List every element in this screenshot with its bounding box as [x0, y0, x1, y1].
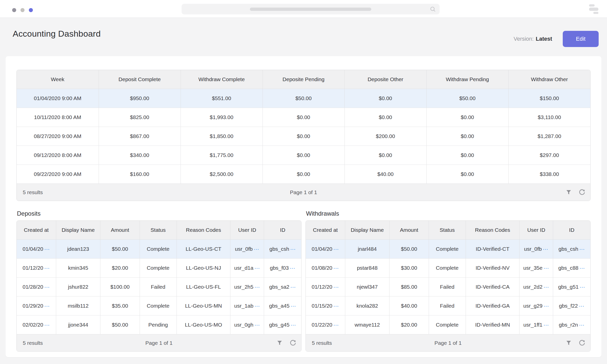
column-header-reason-codes[interactable]: Reason Codes [177, 221, 230, 239]
column-header-display-name[interactable]: Display Name [56, 221, 100, 239]
table-cell[interactable]: $0.00 [426, 127, 508, 146]
table-cell[interactable]: usr_g29··· [519, 296, 553, 315]
table-cell[interactable]: 01/15/20··· [306, 296, 345, 315]
table-cell[interactable]: $50.00 [426, 89, 508, 108]
table-cell[interactable]: $2,500.00 [181, 165, 263, 184]
column-header-created-at[interactable]: Created at [306, 221, 345, 239]
table-cell[interactable]: Failed [140, 277, 177, 296]
table-cell[interactable]: $551.00 [181, 89, 263, 108]
filter-button[interactable] [276, 340, 283, 346]
table-cell[interactable]: $35.00 [100, 296, 140, 315]
table-row[interactable]: 08/27/2020 9:00 AM $867.00 $1,850.00 $0.… [17, 127, 590, 146]
table-cell[interactable]: LL-Geo-US-NJ [177, 258, 230, 277]
table-cell[interactable]: 10/11/2020 8:00 AM [17, 108, 99, 127]
table-cell[interactable]: gbs_csh··· [553, 239, 590, 258]
table-cell[interactable]: $0.00 [426, 108, 508, 127]
table-cell[interactable]: $1,775.00 [181, 146, 263, 165]
table-cell[interactable]: $160.00 [99, 165, 181, 184]
table-cell[interactable]: pstar848 [345, 258, 389, 277]
table-row[interactable]: 01/04/20··· jdean123 $50.00 Complete LL-… [17, 239, 301, 258]
table-cell[interactable]: ID-Verified-NV [466, 258, 519, 277]
filter-button[interactable] [566, 340, 572, 346]
table-cell[interactable]: $50.00 [263, 89, 344, 108]
table-cell[interactable]: LL-Geo-US-FL [177, 277, 230, 296]
column-header-withdraw-complete[interactable]: Withdraw Complete [181, 70, 263, 89]
table-cell[interactable]: usr_0fb··· [230, 239, 264, 258]
table-cell[interactable]: gbs_g45··· [264, 315, 301, 334]
table-cell[interactable]: $50.00 [100, 239, 140, 258]
table-cell[interactable]: Failed [429, 296, 466, 315]
table-cell[interactable]: Failed [429, 277, 466, 296]
table-cell[interactable]: usr_0fb··· [519, 239, 553, 258]
table-cell[interactable]: Complete [429, 258, 466, 277]
table-cell[interactable]: usr_2d2··· [519, 277, 553, 296]
table-cell[interactable]: Pending [140, 315, 177, 334]
table-cell[interactable]: $950.00 [99, 89, 181, 108]
table-cell[interactable]: jshur822 [56, 277, 100, 296]
table-row[interactable]: 10/11/2020 8:00 AM $825.00 $1,993.00 $0.… [17, 108, 590, 127]
table-cell[interactable]: LL-Geo-US-CT [177, 239, 230, 258]
window-control-close[interactable] [12, 8, 16, 12]
table-cell[interactable]: $150.00 [508, 89, 590, 108]
table-cell[interactable]: $20.00 [100, 258, 140, 277]
table-cell[interactable]: $0.00 [263, 108, 344, 127]
table-cell[interactable]: usr_35e··· [519, 258, 553, 277]
table-row[interactable]: 01/28/20··· jshur822 $100.00 Failed LL-G… [17, 277, 301, 296]
column-header-display-name[interactable]: Display Name [345, 221, 389, 239]
table-row[interactable]: 01/15/20··· knola282 $40.00 Failed ID-Ve… [306, 296, 590, 315]
refresh-button[interactable] [578, 189, 585, 196]
table-cell[interactable]: $297.00 [508, 146, 590, 165]
table-cell[interactable]: gbs_c88··· [553, 258, 590, 277]
table-cell[interactable]: kmin345 [56, 258, 100, 277]
table-cell[interactable]: 08/27/2020 9:00 AM [17, 127, 99, 146]
table-cell[interactable]: 09/12/2020 8:00 AM [17, 146, 99, 165]
table-row[interactable]: 09/12/2020 8:00 AM $340.00 $1,775.00 $0.… [17, 146, 590, 165]
table-cell[interactable]: gbs_csh··· [264, 239, 301, 258]
column-header-deposit-complete[interactable]: Deposit Complete [99, 70, 181, 89]
table-cell[interactable]: ID-Verified-MN [466, 315, 519, 334]
column-header-status[interactable]: Status [140, 221, 177, 239]
table-cell[interactable]: jjone344 [56, 315, 100, 334]
refresh-button[interactable] [289, 339, 296, 346]
column-header-created-at[interactable]: Created at [17, 221, 56, 239]
table-row[interactable]: 01/29/20··· msilb112 $35.00 Complete LL-… [17, 296, 301, 315]
table-cell[interactable]: $0.00 [344, 146, 426, 165]
table-cell[interactable]: 01/28/20··· [17, 277, 56, 296]
table-cell[interactable]: gbs_f03··· [264, 258, 301, 277]
table-cell[interactable]: $0.00 [426, 165, 508, 184]
table-cell[interactable]: 01/12/20··· [306, 277, 345, 296]
table-cell[interactable]: Complete [140, 239, 177, 258]
table-cell[interactable]: $867.00 [99, 127, 181, 146]
table-row[interactable]: 02/02/20··· jjone344 $50.00 Pending LL-G… [17, 315, 301, 334]
column-header-deposite-pending[interactable]: Deposite Pending [263, 70, 344, 89]
table-row[interactable]: 01/04/2020 9:00 AM $950.00 $551.00 $50.0… [17, 89, 590, 108]
table-cell[interactable]: 02/02/20··· [17, 315, 56, 334]
table-cell[interactable]: gbs_f22··· [553, 296, 590, 315]
column-header-user-id[interactable]: User ID [230, 221, 264, 239]
table-cell[interactable]: jdean123 [56, 239, 100, 258]
table-cell[interactable]: $340.00 [99, 146, 181, 165]
column-header-amount[interactable]: Amount [389, 221, 429, 239]
table-cell[interactable]: $338.00 [508, 165, 590, 184]
table-cell[interactable]: $200.00 [344, 127, 426, 146]
table-cell[interactable]: usr_1ff1··· [519, 315, 553, 334]
table-cell[interactable]: knola282 [345, 296, 389, 315]
table-cell[interactable]: njewl347 [345, 277, 389, 296]
table-cell[interactable]: LL-Geo-US-MN [177, 296, 230, 315]
column-header-withdraw-other[interactable]: Withdraw Other [508, 70, 590, 89]
window-control-minimize[interactable] [20, 8, 25, 12]
column-header-reason-codes[interactable]: Reason Codes [466, 221, 519, 239]
table-cell[interactable]: wmaye112 [345, 315, 389, 334]
table-cell[interactable]: 09/22/2020 9:00 AM [17, 165, 99, 184]
table-cell[interactable]: ID-Verified-CT [466, 239, 519, 258]
table-cell[interactable]: $40.00 [389, 296, 429, 315]
column-header-week[interactable]: Week [17, 70, 99, 89]
table-cell[interactable]: usr_1ab··· [230, 296, 264, 315]
filter-button[interactable] [566, 189, 572, 195]
table-cell[interactable]: $0.00 [263, 146, 344, 165]
column-header-deposite-other[interactable]: Deposite Other [344, 70, 426, 89]
column-header-id[interactable]: ID [553, 221, 590, 239]
table-cell[interactable]: $30.00 [389, 258, 429, 277]
table-cell[interactable]: $0.00 [426, 146, 508, 165]
table-cell[interactable]: $3,110.00 [508, 108, 590, 127]
